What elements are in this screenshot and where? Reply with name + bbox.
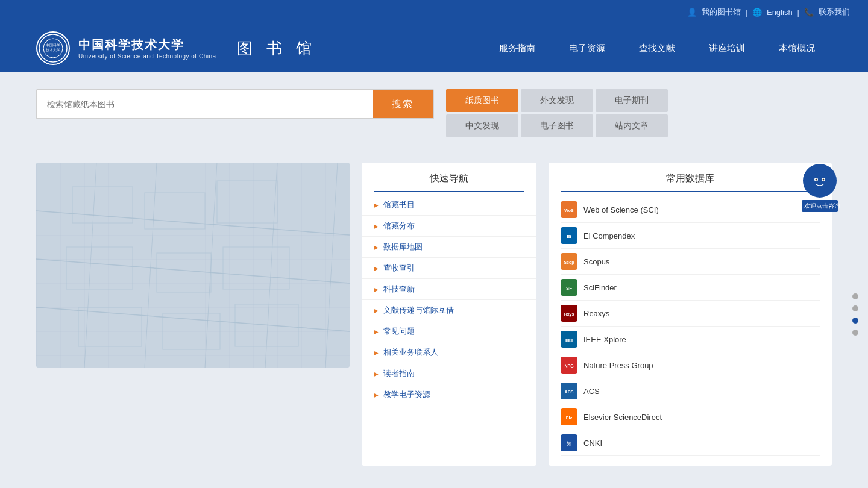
wos-icon: WoS	[561, 201, 577, 218]
tab-cn-discovery[interactable]: 外文发现	[521, 89, 593, 112]
search-tabs: 纸质图书 外文发现 电子期刊 中文发现 电子图书 站内文章	[446, 89, 668, 137]
cnki-icon: 知	[561, 434, 577, 451]
nav-doc-delivery[interactable]: ▶文献传递与馆际互借	[362, 300, 536, 321]
quick-nav-panel: 快速导航 ▶馆藏书目 ▶馆藏分布 ▶数据库地图 ▶查收查引 ▶科技查新 ▶文献传…	[362, 163, 536, 466]
reaxys-icon: Rxys	[561, 305, 577, 322]
quick-nav-list: ▶馆藏书目 ▶馆藏分布 ▶数据库地图 ▶查收查引 ▶科技查新 ▶文献传递与馆际互…	[362, 195, 536, 405]
search-section: 搜索 纸质图书 外文发现 电子期刊 中文发现 电子图书 站内文章	[0, 72, 868, 151]
top-bar: 👤 我的图书馆 | 🌐 English | 📞 联系我们	[0, 0, 868, 24]
robot-mascot[interactable]: 欢迎点击咨询	[802, 164, 838, 212]
nav-service[interactable]: 服务指南	[482, 24, 552, 72]
quick-nav-title: 快速导航	[374, 172, 524, 192]
elsevier-icon: Elv	[561, 408, 577, 425]
contact-link[interactable]: 联系我们	[819, 7, 850, 17]
main-nav: 服务指南 电子资源 查找文献 讲座培训 本馆概况	[482, 24, 832, 72]
svg-text:Rxys: Rxys	[564, 312, 574, 317]
svg-text:WoS: WoS	[564, 208, 574, 213]
scopus-icon: Scop	[561, 253, 577, 270]
dot-1[interactable]	[852, 305, 858, 311]
nav-contacts[interactable]: ▶相关业务联系人	[362, 342, 536, 363]
mascot-body	[803, 164, 837, 198]
logo-area: 中国科学 技术大学 中国科学技术大学 University of Science…	[36, 31, 316, 65]
university-seal: 中国科学 技术大学	[36, 31, 70, 65]
svg-text:中国科学: 中国科学	[46, 43, 60, 47]
tab-en-discovery[interactable]: 电子期刊	[596, 89, 668, 112]
arrow-icon-4: ▶	[374, 286, 379, 293]
svg-text:技术大学: 技术大学	[45, 48, 60, 52]
dot-0[interactable]	[852, 293, 858, 299]
university-name-cn: 中国科学技术大学	[78, 37, 216, 53]
separator-2: |	[797, 8, 799, 17]
nav-location[interactable]: ▶馆藏分布	[362, 216, 536, 237]
nav-lecture[interactable]: 讲座培训	[692, 24, 762, 72]
tab-article[interactable]: 站内文章	[596, 114, 668, 137]
svg-text:IEEE: IEEE	[565, 339, 573, 342]
svg-text:知: 知	[566, 441, 571, 446]
database-list: WoS Web of Science (SCI) Ei Ei Compendex…	[561, 197, 820, 456]
nav-teaching-resource[interactable]: ▶教学电子资源	[362, 384, 536, 405]
acs-icon: ACS	[561, 383, 577, 399]
globe-icon: 🌐	[752, 8, 762, 17]
db-ieee[interactable]: IEEE IEEE Xplore	[561, 327, 820, 352]
nav-faq[interactable]: ▶常见问题	[362, 321, 536, 342]
nav-reader-guide[interactable]: ▶读者指南	[362, 363, 536, 384]
nature-icon: NPG	[561, 357, 577, 374]
db-acs[interactable]: ACS ACS	[561, 378, 820, 404]
nav-ebook[interactable]: 电子资源	[552, 24, 622, 72]
svg-text:Elv: Elv	[566, 416, 573, 420]
person-icon: 👤	[687, 8, 697, 17]
db-scifinder[interactable]: SF SciFinder	[561, 275, 820, 301]
svg-point-46	[816, 179, 817, 181]
nav-search[interactable]: 查找文献	[622, 24, 692, 72]
db-ei[interactable]: Ei Ei Compendex	[561, 223, 820, 249]
tab-paper-book[interactable]: 纸质图书	[446, 89, 518, 112]
sci-icon: SF	[561, 279, 577, 296]
main-content: 快速导航 ▶馆藏书目 ▶馆藏分布 ▶数据库地图 ▶查收查引 ▶科技查新 ▶文献传…	[0, 151, 868, 478]
search-input[interactable]	[37, 90, 373, 118]
phone-icon: 📞	[804, 8, 814, 17]
db-wos[interactable]: WoS Web of Science (SCI)	[561, 197, 820, 223]
nav-tech-search[interactable]: ▶科技查新	[362, 279, 536, 300]
dot-2[interactable]	[852, 318, 858, 324]
search-button[interactable]: 搜索	[373, 90, 433, 118]
tab-ejournal[interactable]: 电子图书	[521, 114, 593, 137]
arrow-icon-7: ▶	[374, 349, 379, 356]
db-reaxys[interactable]: Rxys Reaxys	[561, 301, 820, 327]
tab-ebook[interactable]: 中文发现	[446, 114, 518, 137]
ieee-icon: IEEE	[561, 331, 577, 348]
arrow-icon-2: ▶	[374, 244, 379, 251]
separator-1: |	[746, 8, 747, 17]
university-name-en: University of Science and Technology of …	[78, 53, 216, 60]
logo-text: 中国科学技术大学 University of Science and Techn…	[78, 37, 216, 60]
svg-text:SF: SF	[566, 286, 572, 291]
carousel-dots	[852, 293, 858, 336]
arrow-icon-9: ▶	[374, 392, 379, 398]
svg-point-43	[810, 171, 829, 190]
database-panel: 常用数据库 WoS Web of Science (SCI) Ei Ei Com…	[549, 163, 832, 466]
database-title: 常用数据库	[561, 172, 820, 192]
db-nature[interactable]: NPG Nature Press Group	[561, 352, 820, 378]
svg-rect-5	[36, 163, 350, 368]
dot-3[interactable]	[852, 330, 858, 336]
arrow-icon-6: ▶	[374, 328, 379, 335]
nav-dbmap[interactable]: ▶数据库地图	[362, 237, 536, 258]
arrow-icon-3: ▶	[374, 265, 379, 272]
ei-icon: Ei	[561, 227, 577, 244]
library-title: 图 书 馆	[237, 38, 316, 59]
db-scopus[interactable]: Scop Scopus	[561, 249, 820, 275]
nav-citation[interactable]: ▶查收查引	[362, 258, 536, 279]
db-elsevier[interactable]: Elv Elsevier ScienceDirect	[561, 404, 820, 430]
svg-text:NPG: NPG	[564, 364, 574, 368]
svg-text:Scop: Scop	[564, 260, 574, 265]
mascot-label[interactable]: 欢迎点击咨询	[802, 200, 838, 212]
english-link[interactable]: English	[767, 8, 793, 17]
arrow-icon-5: ▶	[374, 307, 379, 314]
arrow-icon-0: ▶	[374, 202, 379, 208]
nav-about[interactable]: 本馆概况	[762, 24, 832, 72]
db-cnki[interactable]: 知 CNKI	[561, 430, 820, 456]
services-section: 图书荐购 图书馆志愿者 学习空间预约 学位论文提交 新生专栏 OPEN 日常开放…	[0, 478, 868, 488]
my-library-link[interactable]: 我的图书馆	[702, 7, 741, 17]
nav-catalog[interactable]: ▶馆藏书目	[362, 195, 536, 216]
header: 中国科学 技术大学 中国科学技术大学 University of Science…	[0, 24, 868, 72]
svg-text:Ei: Ei	[567, 234, 571, 239]
